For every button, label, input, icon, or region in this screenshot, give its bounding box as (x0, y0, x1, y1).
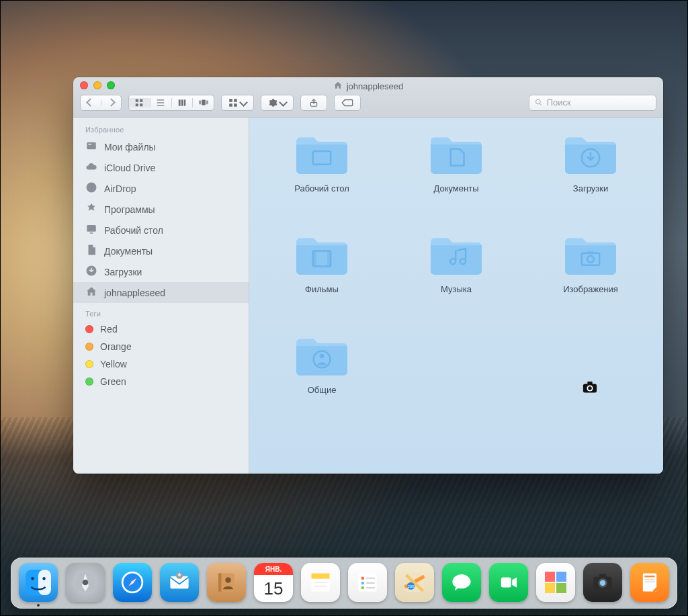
calendar-day: 15 (254, 575, 293, 602)
sidebar-item-desktop[interactable]: Рабочий стол (73, 220, 249, 240)
dock-app-photobooth[interactable] (536, 563, 575, 602)
folder-label: Фильмы (305, 284, 339, 294)
dock-app-reminders[interactable] (348, 563, 387, 602)
svg-rect-25 (90, 232, 93, 234)
dock-app-launchpad[interactable] (66, 563, 105, 602)
sidebar-tag-yellow[interactable]: Yellow (73, 355, 249, 373)
documents-icon (85, 244, 97, 258)
folder-movies[interactable]: Фильмы (261, 233, 382, 294)
dock-app-safari[interactable] (113, 563, 152, 602)
finder-window: johnappleseed (73, 77, 663, 474)
sidebar-item-label: Yellow (100, 359, 127, 369)
svg-rect-1 (140, 99, 143, 101)
sidebar-tag-green[interactable]: Green (73, 373, 249, 390)
window-title-text: johnappleseed (347, 81, 404, 91)
folder-icon (294, 233, 350, 277)
sidebar-item-all-my-files[interactable]: Мои файлы (73, 136, 249, 157)
svg-rect-70 (556, 572, 566, 582)
dock-app-finder[interactable] (19, 563, 58, 602)
search-input[interactable] (547, 97, 650, 107)
svg-rect-5 (157, 102, 165, 103)
titlebar: johnappleseed (73, 77, 663, 118)
view-coverflow-button[interactable] (193, 98, 214, 107)
sidebar-item-home[interactable]: johnappleseed (73, 282, 249, 303)
svg-rect-16 (234, 103, 237, 107)
folder-music[interactable]: Музыка (396, 233, 517, 294)
dock-app-iphoto[interactable] (583, 563, 622, 602)
folder-label: Загрузки (573, 183, 608, 193)
svg-rect-78 (644, 576, 654, 578)
view-columns-button[interactable] (172, 98, 194, 107)
nav-back-forward (80, 95, 122, 111)
close-button[interactable] (80, 81, 88, 89)
search-icon (535, 98, 543, 107)
svg-rect-80 (644, 581, 654, 582)
sidebar-item-label: Документы (104, 246, 153, 257)
arrange-menu-button[interactable] (221, 95, 254, 111)
folder-documents[interactable]: Документы (396, 132, 517, 193)
dock-app-calendar[interactable]: ЯНВ. 15 (254, 563, 293, 602)
sidebar-item-applications[interactable]: Программы (73, 199, 249, 220)
desktop-icon (85, 223, 97, 237)
folder-icon (562, 233, 619, 277)
folder-label: Музыка (441, 284, 472, 294)
svg-point-23 (87, 183, 96, 192)
svg-rect-74 (599, 574, 606, 578)
folder-pictures[interactable]: Изображения (530, 233, 651, 294)
sidebar-tag-red[interactable]: Red (73, 320, 249, 338)
dock-app-notes[interactable] (301, 563, 340, 602)
dock-app-messages[interactable] (442, 563, 481, 602)
downloads-icon (85, 265, 97, 279)
svg-rect-71 (545, 583, 555, 593)
folder-icon (294, 132, 350, 177)
sidebar-item-label: Orange (100, 341, 132, 352)
forward-button[interactable] (101, 99, 122, 105)
svg-point-46 (83, 580, 89, 586)
svg-point-59 (361, 576, 365, 580)
folder-desktop[interactable]: Рабочий стол (261, 132, 382, 193)
chevron-down-icon (279, 98, 288, 107)
svg-point-76 (600, 580, 606, 586)
minimize-button[interactable] (93, 81, 101, 89)
apps-icon (85, 202, 97, 216)
edit-tags-button[interactable] (334, 95, 361, 111)
svg-point-43 (31, 577, 34, 580)
search-field[interactable] (529, 95, 656, 111)
svg-rect-15 (229, 103, 232, 107)
back-button[interactable] (81, 99, 101, 105)
sidebar-item-label: Рабочий стол (104, 225, 163, 236)
view-list-button[interactable] (150, 98, 172, 107)
window-title: johnappleseed (333, 81, 404, 92)
sidebar-item-label: Red (100, 324, 118, 335)
sidebar-item-downloads[interactable]: Загрузки (73, 261, 249, 282)
sidebar-item-documents[interactable]: Документы (73, 240, 249, 261)
svg-rect-42 (38, 570, 51, 595)
sidebar-item-label: johnappleseed (104, 288, 165, 298)
svg-rect-3 (140, 103, 143, 106)
dock-app-mail[interactable] (160, 563, 199, 602)
folder-label: Общие (308, 385, 337, 395)
dock-app-facetime[interactable] (489, 563, 528, 602)
zoom-button[interactable] (107, 81, 115, 89)
svg-rect-69 (545, 572, 555, 582)
svg-rect-4 (157, 99, 165, 100)
share-button[interactable] (300, 95, 327, 111)
svg-rect-12 (206, 100, 208, 104)
sidebar-tag-orange[interactable]: Orange (73, 338, 249, 355)
svg-rect-6 (157, 105, 165, 105)
svg-point-36 (320, 354, 325, 359)
folder-downloads[interactable]: Загрузки (530, 132, 651, 193)
dock-app-contacts[interactable] (207, 563, 246, 602)
dock-app-pages[interactable] (630, 563, 669, 602)
view-icons-button[interactable] (129, 98, 150, 107)
sidebar-item-label: AirDrop (104, 183, 136, 194)
sidebar-item-icloud[interactable]: iCloud Drive (73, 157, 249, 178)
svg-point-60 (361, 582, 365, 585)
chevron-down-icon (239, 98, 248, 107)
view-mode-segmented (128, 95, 214, 111)
sidebar-item-airdrop[interactable]: AirDrop (73, 178, 249, 199)
folder-public[interactable]: Общие (261, 334, 382, 395)
svg-point-18 (535, 99, 540, 104)
dock-app-maps[interactable]: 280 (395, 563, 434, 602)
action-menu-button[interactable] (261, 95, 294, 111)
